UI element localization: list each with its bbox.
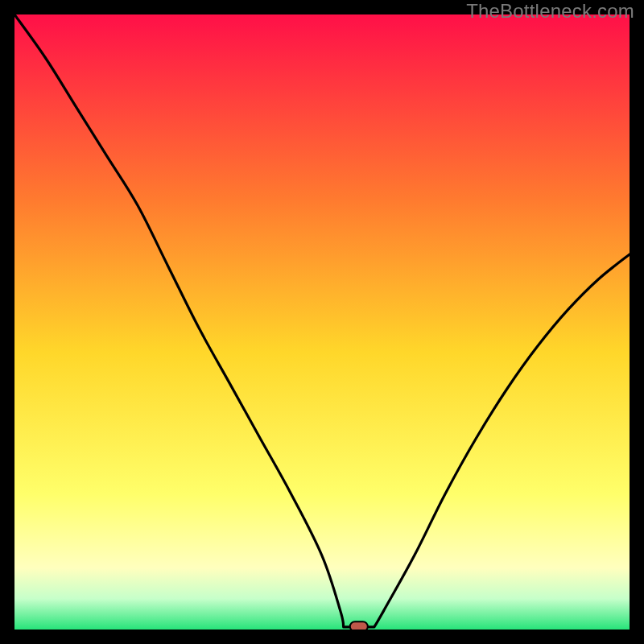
attribution-text: TheBottleneck.com [466,0,634,23]
outer-frame: TheBottleneck.com [0,0,644,644]
optimal-marker [350,621,368,630]
plot-area [14,14,630,630]
gradient-background [14,14,630,630]
chart-svg [14,14,630,630]
